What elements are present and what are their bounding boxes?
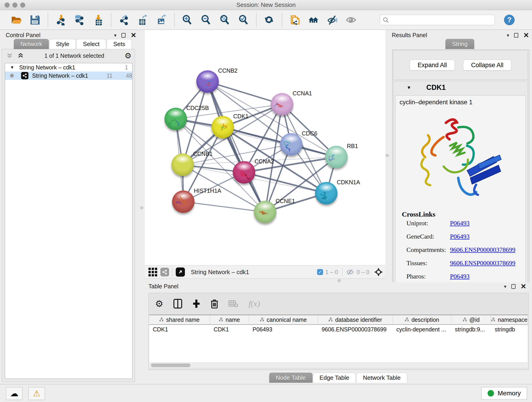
cell-shared-name[interactable]: CDK1 — [149, 325, 210, 334]
tab-string[interactable]: String — [445, 39, 474, 49]
results-panel-close-icon[interactable]: ✕ — [523, 33, 529, 38]
table-settings-gear-icon[interactable]: ⚙ — [155, 298, 163, 309]
zoom-selected-button[interactable] — [236, 13, 251, 27]
protein-collapse-triangle-icon[interactable]: ▼ — [407, 85, 411, 90]
cell-description[interactable]: cyclin-dependent ... — [393, 325, 451, 334]
hide-graphics-eye-slash-button[interactable] — [325, 13, 340, 27]
open-session-button[interactable] — [9, 13, 23, 27]
control-panel-menu-icon[interactable]: ▾ — [114, 32, 116, 38]
save-session-button[interactable] — [28, 13, 42, 27]
grid-view-icon[interactable] — [148, 268, 157, 276]
results-panel-menu-icon[interactable]: ▾ — [507, 32, 509, 38]
create-column-plus-icon[interactable] — [192, 299, 201, 308]
birds-eye-view-icon[interactable] — [176, 268, 185, 277]
refresh-button[interactable] — [262, 13, 276, 27]
column-header-canonical-name[interactable]: canonical name — [249, 315, 318, 324]
expand-all-chevron-icon[interactable] — [17, 52, 24, 59]
tab-style[interactable]: Style — [49, 39, 76, 49]
cell-namespace[interactable]: stringdb — [491, 325, 528, 334]
tab-network[interactable]: Network — [14, 39, 49, 49]
table-horizontal-scrollbar[interactable] — [149, 363, 528, 368]
network-node-rb1[interactable] — [325, 146, 348, 168]
zoom-out-button[interactable] — [199, 13, 213, 27]
import-network-file-button[interactable] — [54, 13, 68, 27]
crosslink-link[interactable]: 9606.ENSP00000378699 — [450, 259, 515, 267]
cell-canonical-name[interactable]: P06493 — [249, 325, 318, 334]
scrollbar-thumb[interactable] — [151, 364, 190, 367]
fit-content-crosshair-icon[interactable] — [374, 268, 383, 277]
tab-node-table[interactable]: Node Table — [269, 373, 312, 383]
tab-sets[interactable]: Sets — [107, 39, 132, 49]
import-network-database-button[interactable] — [72, 13, 87, 27]
close-window-button[interactable] — [5, 2, 10, 7]
table-row[interactable]: CDK1CDK1P064939606.ENSP00000378699cyclin… — [149, 325, 528, 334]
network-node-ccna1[interactable] — [271, 93, 293, 115]
network-node-ccnb1[interactable] — [171, 153, 194, 176]
column-header-description[interactable]: description — [393, 315, 451, 324]
zoom-fit-button[interactable] — [218, 13, 232, 27]
vertical-splitter-handle-left[interactable] — [140, 206, 143, 209]
collapse-all-chevron-icon[interactable] — [6, 52, 13, 59]
selected-nodes-checkbox-icon[interactable]: ✓ — [317, 269, 323, 275]
expand-all-button[interactable]: Expand All — [410, 60, 455, 70]
column-header--id[interactable]: @id — [451, 315, 491, 324]
export-image-button[interactable] — [154, 13, 169, 27]
zoom-in-button[interactable] — [180, 13, 194, 27]
export-network-button[interactable] — [117, 13, 131, 27]
network-node-hist1h1a[interactable] — [172, 191, 195, 213]
crosslink-link[interactable]: P06493 — [450, 273, 470, 280]
network-view-canvas[interactable]: CCNB2CCNA1CDC25BCDK1CDC6RB1CCNB1CCNA2CDK… — [145, 30, 385, 265]
column-header-database-identifier[interactable]: database identifier — [318, 315, 393, 324]
vertical-splitter-handle-right[interactable] — [386, 154, 389, 157]
network-row-selected[interactable]: String Network – cdk1 11 48 — [5, 71, 132, 80]
maximize-window-button[interactable] — [20, 2, 25, 7]
cell-name[interactable]: CDK1 — [210, 325, 249, 334]
network-node-ccnb2[interactable] — [196, 70, 219, 93]
crosslink-link[interactable]: 9606.ENSP00000378699 — [450, 246, 515, 254]
network-collection-row[interactable]: ▼ String Network – cdk1 1 — [5, 63, 132, 71]
network-node-cdkn1a[interactable] — [315, 182, 337, 204]
help-button[interactable]: ? — [504, 15, 515, 25]
tab-select[interactable]: Select — [76, 39, 106, 49]
crosslink-link[interactable]: P06493 — [450, 233, 470, 240]
horizontal-splitter-handle[interactable] — [338, 279, 341, 282]
cloud-status-button[interactable]: ☁ — [6, 387, 22, 400]
column-header-name[interactable]: name — [210, 315, 249, 324]
network-type-icon[interactable] — [160, 268, 169, 276]
network-node-ccne1[interactable] — [254, 201, 276, 223]
network-node-cdk1[interactable] — [211, 116, 234, 138]
column-header-namespace[interactable]: namespace — [491, 315, 528, 324]
cell--id[interactable]: stringdb:9... — [451, 325, 491, 334]
network-options-gear-icon[interactable]: ⚙ — [125, 51, 132, 60]
export-table-button[interactable] — [136, 13, 150, 27]
crosslink-link[interactable]: P06493 — [450, 220, 470, 227]
table-panel-close-icon[interactable]: ✕ — [520, 284, 526, 289]
search-box[interactable] — [380, 15, 495, 25]
delete-column-trash-icon[interactable] — [210, 299, 218, 308]
show-columns-icon[interactable] — [173, 299, 182, 308]
window-controls[interactable] — [5, 2, 25, 7]
table-panel-menu-icon[interactable]: ▾ — [504, 284, 506, 289]
home-networks-button[interactable] — [307, 13, 321, 27]
node-label-ccnb1: CCNB1 — [193, 151, 213, 157]
collapse-all-button[interactable]: Collapse All — [463, 60, 511, 70]
tab-network-table[interactable]: Network Table — [356, 373, 407, 383]
import-table-button[interactable] — [91, 13, 105, 27]
memory-button[interactable]: Memory — [481, 387, 527, 400]
network-node-cdc25b[interactable] — [165, 108, 187, 130]
control-panel-close-icon[interactable]: ✕ — [131, 33, 136, 38]
control-panel-float-icon[interactable] — [121, 33, 126, 38]
search-input[interactable] — [389, 17, 485, 23]
cell-database-identifier[interactable]: 9606.ENSP00000378699 — [318, 325, 393, 334]
network-node-ccna2[interactable] — [233, 161, 255, 184]
warnings-button[interactable]: ⚠ — [28, 387, 45, 400]
copy-documents-button[interactable] — [288, 13, 302, 27]
table-panel-float-icon[interactable] — [511, 284, 515, 289]
collection-expand-triangle-icon[interactable]: ▼ — [10, 65, 14, 70]
tab-edge-table[interactable]: Edge Table — [313, 373, 356, 383]
results-panel-float-icon[interactable] — [514, 33, 518, 38]
show-graphics-eye-button[interactable] — [344, 13, 358, 27]
network-node-cdc6[interactable] — [280, 133, 302, 156]
minimize-window-button[interactable] — [12, 2, 17, 7]
column-header-shared-name[interactable]: shared name — [149, 315, 210, 324]
